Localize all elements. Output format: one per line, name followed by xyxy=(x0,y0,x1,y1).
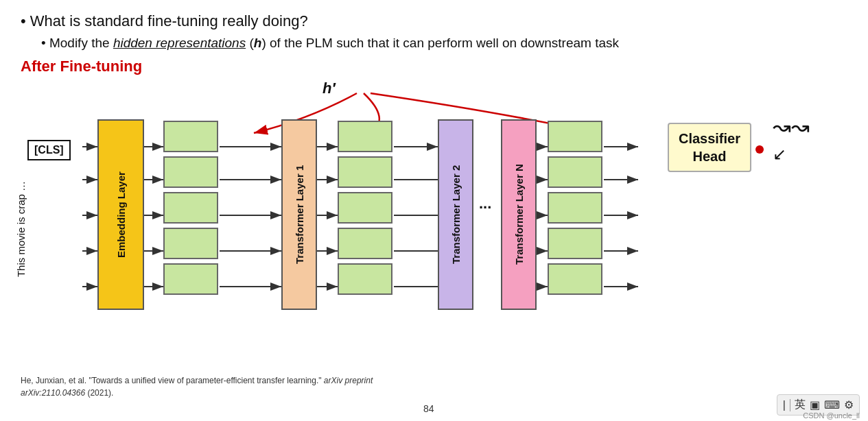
toolbar-divider xyxy=(790,399,790,411)
page-number: 84 xyxy=(423,403,434,414)
citation-arxiv: arXiv:2110.04366 xyxy=(21,388,85,398)
green-rect xyxy=(548,192,602,224)
transformer-layer-1: Transformer Layer 1 xyxy=(281,119,317,310)
ellipsis: ... xyxy=(479,195,491,213)
input-text-vertical: This movie is crap … xyxy=(15,181,27,277)
green-rect xyxy=(338,121,392,152)
slide-container: • What is standard fine-tuning really do… xyxy=(0,0,868,421)
toolbar-icon-1[interactable]: | xyxy=(783,399,786,411)
green-stack-1 xyxy=(163,121,218,295)
green-rect xyxy=(163,228,218,259)
transformer-layer-N: Transformer Layer N xyxy=(501,119,537,310)
green-rect xyxy=(548,228,602,259)
green-rect xyxy=(338,192,392,224)
toolbar-icon-keyboard[interactable]: ⌨ xyxy=(824,398,840,411)
embedding-layer: Embedding Layer xyxy=(97,119,144,310)
red-dot-indicator xyxy=(755,145,764,154)
bullet-main: • What is standard fine-tuning really do… xyxy=(21,12,847,30)
h-prime-label: h′ xyxy=(322,80,336,97)
after-finetuning-label: After Fine-tuning xyxy=(21,58,847,75)
green-rect xyxy=(548,121,602,152)
green-rect xyxy=(338,228,392,259)
green-rect xyxy=(163,121,218,152)
diagram-area: h′ [CLS] This movie is crap … Embedding … xyxy=(21,78,847,332)
arrows-svg xyxy=(21,78,847,332)
green-stack-2 xyxy=(338,121,392,295)
green-rect xyxy=(163,192,218,224)
top-text-area: • What is standard fine-tuning really do… xyxy=(21,12,847,52)
transformer-layer-2: Transformer Layer 2 xyxy=(438,119,473,310)
citation-journal: arXiv preprint xyxy=(324,376,373,385)
green-rect xyxy=(338,263,392,295)
green-rect xyxy=(548,156,602,188)
citation: He, Junxian, et al. "Towards a unified v… xyxy=(21,374,373,399)
squiggle-arrows: ↝↝↙ xyxy=(773,114,810,165)
h-variable: h xyxy=(254,36,262,50)
green-stack-3 xyxy=(548,121,602,295)
green-rect xyxy=(338,156,392,188)
hidden-rep-italic: hidden representations xyxy=(113,36,246,50)
watermark: CSDN @uncle_ll xyxy=(803,411,860,420)
classifier-head-box: ClassifierHead xyxy=(668,123,751,172)
toolbar-icon-settings[interactable]: ⚙ xyxy=(844,398,854,411)
green-rect xyxy=(548,263,602,295)
toolbar-icon-lang[interactable]: 英 xyxy=(795,398,806,412)
toolbar-icon-display[interactable]: ▣ xyxy=(810,398,820,411)
green-rect xyxy=(163,156,218,188)
cls-token: [CLS] xyxy=(27,140,71,160)
green-rect xyxy=(163,263,218,295)
bullet-sub: • Modify the hidden representations (h) … xyxy=(41,34,847,52)
